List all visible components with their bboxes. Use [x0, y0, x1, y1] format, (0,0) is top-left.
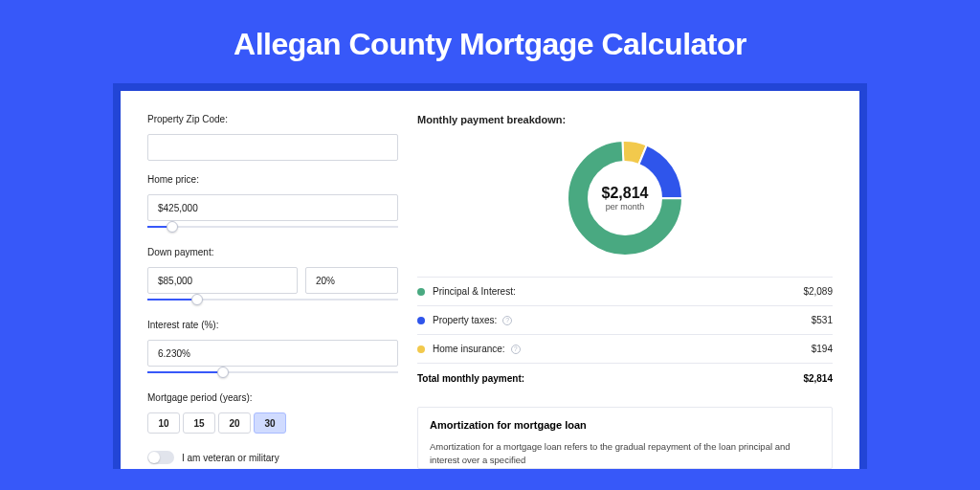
amortization-text: Amortization for a mortgage loan refers …: [430, 440, 820, 468]
zip-label: Property Zip Code:: [147, 114, 398, 124]
zip-input[interactable]: [147, 134, 398, 161]
home-price-input[interactable]: $425,000: [147, 194, 398, 221]
down-payment-label: Down payment:: [147, 247, 398, 257]
period-btn-20[interactable]: 20: [218, 412, 251, 434]
home-price-label: Home price:: [147, 174, 398, 185]
legend-row: Principal & Interest:$2,089: [417, 278, 833, 305]
page-title: Allegan County Mortgage Calculator: [0, 0, 980, 83]
legend-amount: $2,089: [803, 286, 833, 297]
amortization-card: Amortization for mortgage loan Amortizat…: [417, 407, 833, 469]
total-label: Total monthly payment:: [417, 373, 524, 384]
donut-sub: per month: [606, 202, 645, 212]
slider-knob[interactable]: [191, 294, 203, 305]
form-column: Property Zip Code: Home price: $425,000 …: [147, 114, 398, 469]
interest-label: Interest rate (%):: [147, 320, 398, 330]
legend-label: Property taxes:: [433, 315, 497, 325]
breakdown-title: Monthly payment breakdown:: [417, 114, 833, 125]
info-icon[interactable]: ?: [502, 316, 512, 325]
period-btn-10[interactable]: 10: [147, 412, 180, 434]
slider-knob[interactable]: [217, 367, 229, 378]
home-price-group: Home price: $425,000: [147, 174, 398, 234]
calculator-frame: Property Zip Code: Home price: $425,000 …: [113, 83, 867, 469]
veteran-row: I am veteran or military: [147, 451, 398, 464]
legend-dot: [417, 317, 425, 324]
period-label: Mortgage period (years):: [147, 392, 398, 403]
period-buttons: 10152030: [147, 412, 398, 434]
veteran-label: I am veteran or military: [182, 453, 279, 463]
down-payment-group: Down payment: $85,000 20%: [147, 247, 398, 306]
zip-group: Property Zip Code:: [147, 114, 398, 161]
period-group: Mortgage period (years): 10152030: [147, 392, 398, 434]
period-btn-15[interactable]: 15: [183, 412, 215, 434]
toggle-knob: [148, 452, 160, 463]
calculator-card: Property Zip Code: Home price: $425,000 …: [121, 91, 859, 469]
donut-center: $2,814 per month: [564, 137, 686, 259]
legend: Principal & Interest:$2,089Property taxe…: [417, 278, 833, 363]
breakdown-column: Monthly payment breakdown: $2,814 per mo…: [398, 114, 833, 469]
legend-row: Property taxes:?$531: [417, 306, 833, 334]
donut-chart: $2,814 per month: [417, 137, 833, 259]
interest-input[interactable]: 6.230%: [147, 340, 398, 367]
total-row: Total monthly payment: $2,814: [417, 364, 833, 393]
down-payment-pct-input[interactable]: 20%: [305, 267, 398, 294]
down-payment-input[interactable]: $85,000: [147, 267, 298, 294]
period-btn-30[interactable]: 30: [254, 412, 286, 434]
amortization-title: Amortization for mortgage loan: [430, 419, 820, 431]
home-price-slider[interactable]: [147, 220, 398, 234]
info-icon[interactable]: ?: [511, 345, 521, 354]
interest-slider[interactable]: [147, 366, 398, 379]
veteran-toggle[interactable]: [147, 451, 174, 464]
slider-knob[interactable]: [167, 221, 178, 233]
legend-label: Principal & Interest:: [433, 286, 516, 297]
legend-dot: [417, 288, 425, 296]
legend-amount: $194: [812, 344, 833, 354]
legend-row: Home insurance:?$194: [417, 335, 833, 363]
donut-total: $2,814: [602, 185, 649, 202]
legend-label: Home insurance:: [433, 344, 505, 354]
interest-group: Interest rate (%): 6.230%: [147, 320, 398, 379]
down-payment-slider[interactable]: [147, 293, 398, 306]
legend-amount: $531: [812, 315, 833, 325]
total-value: $2,814: [803, 373, 833, 384]
legend-dot: [417, 345, 425, 353]
down-payment-row: $85,000 20%: [147, 267, 398, 294]
